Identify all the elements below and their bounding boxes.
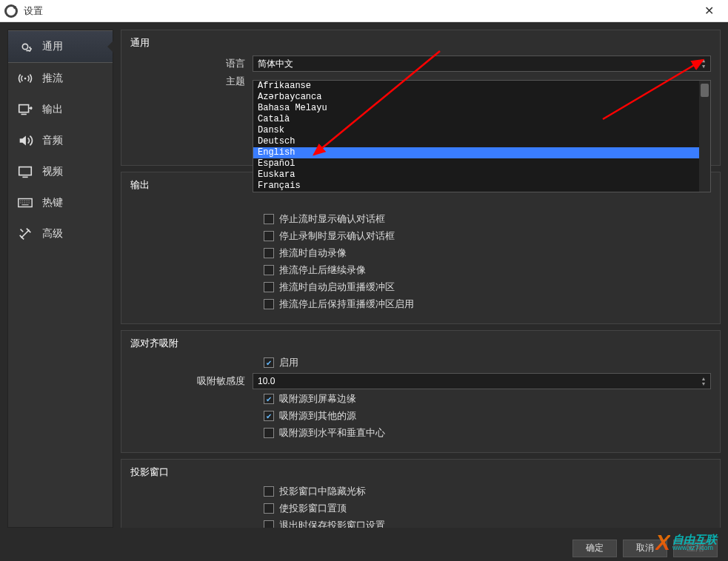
- ok-button[interactable]: 确定: [572, 540, 617, 557]
- svg-rect-1: [19, 105, 29, 112]
- output-checkbox[interactable]: [264, 265, 274, 275]
- dropdown-option[interactable]: Euskara: [253, 169, 710, 181]
- dropdown-scrollbar[interactable]: [699, 81, 710, 192]
- sidebar-item-label: 视频: [42, 165, 63, 178]
- output-checkbox[interactable]: [264, 231, 274, 241]
- sidebar-item-video[interactable]: 视频: [8, 156, 113, 187]
- sidebar-item-audio[interactable]: 音频: [8, 125, 113, 156]
- dropdown-option[interactable]: Français: [253, 181, 710, 192]
- monitor-icon: [17, 164, 33, 180]
- checkbox-label: 启用: [279, 356, 298, 369]
- snap-checkbox[interactable]: [264, 394, 274, 404]
- content-panel: 通用 语言 简体中文 ▲▼ 主题 AfrikaanseA: [121, 30, 721, 528]
- checkbox-label: 吸附源到水平和垂直中心: [279, 426, 385, 440]
- sensitivity-value: 10.0: [258, 376, 275, 386]
- checkbox-label: 吸附源到其他的源: [279, 409, 356, 423]
- checkbox-snap-enable[interactable]: [264, 357, 274, 368]
- dropdown-option[interactable]: Català: [253, 114, 710, 125]
- svg-point-0: [24, 78, 27, 80]
- dropdown-option[interactable]: Afrikaanse: [253, 81, 710, 92]
- sidebar-item-label: 通用: [42, 40, 63, 53]
- projector-checkbox[interactable]: [264, 520, 274, 528]
- window-title: 设置: [24, 4, 694, 18]
- dropdown-option[interactable]: Dansk: [253, 125, 710, 136]
- sidebar-item-label: 输出: [42, 103, 63, 116]
- sidebar-item-hotkeys[interactable]: 热键: [8, 187, 113, 218]
- close-button[interactable]: ✕: [694, 4, 724, 18]
- checkbox-label: 吸附源到屏幕边缘: [279, 392, 356, 406]
- keyboard-icon: [17, 195, 33, 211]
- speaker-icon: [17, 132, 33, 149]
- checkbox-label: 推流时自动启动重播缓冲区: [279, 280, 395, 294]
- app-icon: [4, 4, 18, 18]
- dropdown-option[interactable]: Español: [253, 158, 710, 169]
- checkbox-label: 推流时自动录像: [279, 246, 347, 260]
- svg-rect-2: [19, 167, 32, 175]
- checkbox-label: 使投影窗口置顶: [279, 502, 347, 515]
- title-bar: 设置 ✕: [0, 0, 728, 22]
- projector-checkbox[interactable]: [264, 503, 274, 514]
- snap-checkbox[interactable]: [264, 411, 274, 421]
- output-checkbox[interactable]: [264, 248, 274, 258]
- snap-checkbox[interactable]: [264, 428, 274, 438]
- tools-icon: [17, 226, 33, 242]
- sidebar-item-output[interactable]: 输出: [8, 94, 113, 125]
- apply-button[interactable]: 应用: [673, 540, 718, 557]
- group-title: 源对齐吸附: [130, 337, 711, 350]
- dropdown-option[interactable]: Deutsch: [253, 136, 710, 147]
- footer: 确定 取消 应用: [0, 535, 728, 561]
- antenna-icon: [17, 70, 33, 87]
- group-projector: 投影窗口 投影窗口中隐藏光标使投影窗口置顶退出时保存投影窗口设置: [121, 459, 721, 528]
- sensitivity-spinner[interactable]: 10.0 ▲▼: [253, 373, 711, 389]
- sidebar-item-label: 推流: [42, 72, 63, 85]
- group-title: 投影窗口: [130, 466, 711, 479]
- scrollbar-thumb[interactable]: [701, 84, 709, 97]
- projector-checkbox[interactable]: [264, 486, 274, 497]
- language-label: 语言: [130, 57, 253, 70]
- language-value: 简体中文: [258, 58, 293, 70]
- checkbox-label: 退出时保存投影窗口设置: [279, 519, 385, 528]
- sidebar-item-general[interactable]: 通用: [8, 30, 113, 63]
- checkbox-label: 投影窗口中隐藏光标: [279, 485, 366, 498]
- group-snap: 源对齐吸附 启用 吸附敏感度 10.0 ▲▼ 吸附源到屏幕边缘吸附源到其他的源吸…: [121, 330, 721, 453]
- sidebar: 通用 推流 输出 音频 视频: [7, 30, 113, 528]
- language-select[interactable]: 简体中文 ▲▼: [253, 56, 711, 72]
- checkbox-label: 停止流时显示确认对话框: [279, 212, 385, 226]
- group-title: 通用: [130, 36, 711, 50]
- group-output: 输出 停止流时显示确认对话框停止录制时显示确认对话框推流时自动录像推流停止后继续…: [121, 172, 721, 324]
- chevron-updown-icon: ▲▼: [698, 57, 709, 70]
- sidebar-item-label: 热键: [42, 196, 63, 209]
- output-checkbox[interactable]: [264, 214, 274, 224]
- theme-label: 主题: [130, 75, 253, 88]
- group-general: 通用 语言 简体中文 ▲▼ 主题 AfrikaanseA: [121, 30, 721, 166]
- checkbox-label: 停止录制时显示确认对话框: [279, 229, 395, 243]
- output-icon: [17, 101, 33, 118]
- cancel-button[interactable]: 取消: [623, 540, 667, 557]
- gear-icon: [17, 38, 33, 55]
- dropdown-option[interactable]: Azərbaycanca: [253, 92, 710, 103]
- spinner-arrows-icon[interactable]: ▲▼: [698, 374, 709, 388]
- sidebar-item-stream[interactable]: 推流: [8, 63, 113, 94]
- checkbox-label: 推流停止后保持重播缓冲区启用: [279, 298, 414, 311]
- output-checkbox[interactable]: [264, 299, 274, 309]
- sidebar-item-advanced[interactable]: 高级: [8, 218, 113, 249]
- sidebar-item-label: 音频: [42, 134, 63, 147]
- sensitivity-label: 吸附敏感度: [130, 374, 253, 388]
- checkbox-label: 推流停止后继续录像: [279, 263, 366, 277]
- sidebar-item-label: 高级: [42, 227, 63, 241]
- language-dropdown[interactable]: AfrikaanseAzərbaycancaBahasa MelayuCatal…: [253, 80, 711, 192]
- output-checkbox[interactable]: [264, 282, 274, 292]
- dropdown-option[interactable]: Bahasa Melayu: [253, 103, 710, 114]
- dropdown-option[interactable]: English: [253, 147, 710, 158]
